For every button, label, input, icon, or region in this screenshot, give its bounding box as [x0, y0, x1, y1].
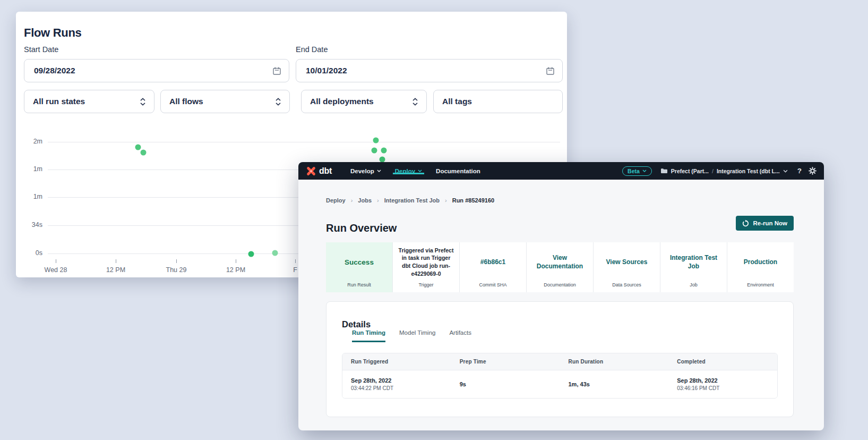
cell-run-triggered: Sep 28th, 2022 03:44:22 PM CDT [342, 370, 451, 398]
nav-item-label: Deploy [395, 168, 415, 174]
nav-item-label: Develop [350, 168, 374, 174]
flow-runs-title: Flow Runs [24, 26, 82, 40]
dbt-logo-text: dbt [319, 166, 332, 176]
rerun-now-label: Re-run Now [753, 220, 787, 226]
details-title: Details [342, 319, 371, 329]
chart-gridline [48, 142, 560, 142]
refresh-icon [742, 220, 749, 227]
cell-run-duration: 1m, 43s [560, 370, 669, 398]
dbt-navbar: dbt Develop Deploy Documentation Beta [298, 162, 824, 180]
updown-chevron-icon [411, 98, 419, 106]
job-link[interactable]: Integration Test Job [660, 246, 727, 278]
environment-card: Production Environment [727, 242, 794, 292]
environment-link[interactable]: Production [727, 246, 794, 278]
run-result-value: Success [326, 246, 392, 278]
y-axis-label: 2m [16, 138, 42, 145]
gear-icon[interactable] [809, 167, 817, 175]
flows-select[interactable]: All flows [160, 90, 290, 113]
start-date-value: 09/28/2022 [34, 66, 272, 75]
run-states-value: All run states [33, 97, 139, 106]
data-sources-label: Data Sources [594, 282, 660, 287]
calendar-icon[interactable] [272, 66, 281, 75]
breadcrumb-run-number: Run #85249160 [452, 197, 495, 204]
run-triggered-date: Sep 28th, 2022 [351, 377, 451, 384]
flow-run-point[interactable] [372, 148, 377, 154]
details-card: Details Run Timing Model Timing Artifact… [326, 301, 794, 417]
chevron-down-icon [377, 170, 381, 172]
run-overview-title: Run Overview [326, 222, 397, 234]
start-date-label: Start Date [24, 45, 58, 54]
run-duration-value: 1m, 43s [569, 381, 669, 387]
breadcrumb-separator: › [445, 197, 447, 204]
y-axis-label: 34s [16, 221, 42, 229]
nav-item-develop[interactable]: Develop [350, 168, 381, 174]
nav-item-documentation[interactable]: Documentation [436, 168, 480, 174]
column-completed: Completed [668, 359, 777, 365]
run-result-card: Success Run Result [326, 242, 392, 292]
view-documentation-link[interactable]: View Documentation [527, 246, 593, 278]
x-axis-label: 12 PM [214, 266, 257, 274]
rerun-now-button[interactable]: Re-run Now [736, 216, 794, 231]
trigger-value: Triggered via Prefect in task run Trigge… [393, 246, 459, 278]
trigger-label: Trigger [393, 282, 459, 287]
column-run-triggered: Run Triggered [342, 359, 451, 365]
flow-run-point[interactable] [373, 138, 379, 143]
updown-chevron-icon [274, 98, 282, 106]
beta-label: Beta [628, 168, 640, 174]
run-states-select[interactable]: All run states [24, 90, 154, 113]
flow-run-point[interactable] [135, 145, 141, 150]
x-axis-label: Thu 29 [155, 266, 197, 274]
view-sources-link[interactable]: View Sources [594, 246, 660, 278]
job-label: Job [660, 282, 727, 287]
table-row[interactable]: Sep 28th, 2022 03:44:22 PM CDT 9s 1m, 43… [342, 370, 777, 398]
x-axis-tick [116, 259, 116, 263]
tab-artifacts[interactable]: Artifacts [449, 329, 471, 342]
end-date-input[interactable]: 10/01/2022 [296, 59, 563, 82]
cell-completed: Sep 28th, 2022 03:46:16 PM CDT [668, 370, 777, 398]
x-axis-label: 12 PM [94, 266, 137, 274]
flow-run-point[interactable] [380, 157, 385, 163]
updown-chevron-icon [139, 98, 147, 106]
calendar-icon[interactable] [546, 66, 555, 75]
flow-run-point[interactable] [248, 251, 254, 257]
documentation-card: View Documentation Documentation [526, 242, 593, 292]
deployments-value: All deployments [310, 97, 411, 106]
dbt-logo[interactable]: dbt [306, 166, 332, 176]
flow-run-point[interactable] [141, 150, 147, 156]
timing-table: Run Triggered Prep Time Run Duration Com… [342, 353, 778, 399]
y-axis-label: 1m [16, 165, 42, 173]
prep-time-value: 9s [460, 381, 560, 387]
table-header: Run Triggered Prep Time Run Duration Com… [342, 353, 777, 370]
x-axis-tick [295, 259, 296, 263]
breadcrumb-separator: › [377, 197, 379, 204]
deployments-select[interactable]: All deployments [301, 90, 427, 113]
commit-sha-link[interactable]: #6b86c1 [460, 246, 526, 278]
beta-badge[interactable]: Beta [622, 166, 652, 176]
folder-icon [660, 168, 668, 174]
nav-item-deploy[interactable]: Deploy [395, 168, 422, 174]
y-axis-label: 0s [16, 249, 42, 257]
breadcrumb-integration-test-job[interactable]: Integration Test Job [384, 197, 440, 204]
project-selector[interactable]: Prefect (Part... / Integration Test (dbt… [660, 168, 788, 174]
documentation-label: Documentation [527, 282, 593, 287]
flow-run-point[interactable] [381, 148, 387, 154]
chevron-down-icon [783, 170, 788, 173]
tab-model-timing[interactable]: Model Timing [399, 329, 435, 342]
chevron-down-icon [642, 170, 647, 172]
tags-value: All tags [442, 97, 555, 106]
commit-sha-label: Commit SHA [460, 282, 526, 287]
breadcrumb-deploy[interactable]: Deploy [326, 197, 346, 204]
x-axis-tick [176, 259, 177, 263]
dbt-cloud-window: dbt Develop Deploy Documentation Beta [298, 162, 824, 430]
breadcrumb-separator: › [351, 197, 353, 204]
start-date-input[interactable]: 09/28/2022 [24, 59, 289, 82]
completed-time: 03:46:16 PM CDT [677, 385, 777, 391]
run-summary-cards: Success Run Result Triggered via Prefect… [326, 242, 794, 292]
job-card: Integration Test Job Job [660, 242, 727, 292]
breadcrumb: Deploy › Jobs › Integration Test Job › R… [326, 197, 494, 204]
breadcrumb-jobs[interactable]: Jobs [358, 197, 372, 204]
flow-run-point[interactable] [272, 250, 278, 256]
tab-run-timing[interactable]: Run Timing [352, 329, 385, 342]
help-icon[interactable]: ? [797, 167, 802, 175]
tags-select[interactable]: All tags [433, 90, 563, 113]
